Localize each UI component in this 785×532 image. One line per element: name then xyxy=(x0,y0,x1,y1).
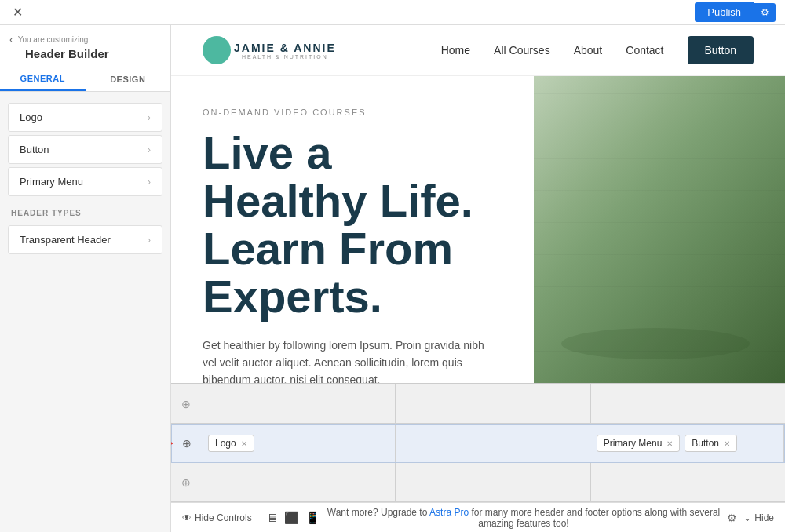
logo-name: JAMIE & ANNIE xyxy=(234,42,336,54)
builder-rows: ⊕ ⊕ Logo ✕ Primary Menu ✕ xyxy=(171,383,785,502)
hero-section: ON-DEMAND VIDEO COURSES Live a Healthy L… xyxy=(171,76,785,383)
panel-header: ‹ You are customizing Header Builder xyxy=(0,25,170,67)
eye-icon: 👁 xyxy=(182,512,192,523)
site-nav: Home All Courses About Contact Button xyxy=(441,36,754,64)
notice-text: Want more? Upgrade to xyxy=(327,507,428,518)
button-chip-close[interactable]: ✕ xyxy=(724,439,730,448)
row-section-3b[interactable] xyxy=(396,463,590,501)
nav-all-courses[interactable]: All Courses xyxy=(494,44,550,56)
bottom-right: ⚙ ⌄ Hide xyxy=(727,512,774,524)
transparent-header-label: Transparent Header xyxy=(20,234,111,246)
astra-pro-link[interactable]: Astra Pro xyxy=(429,507,469,518)
hero-description: Get healthier by following lorem Ipsum. … xyxy=(203,337,485,383)
logo-chip[interactable]: Logo ✕ xyxy=(208,435,254,452)
row-section-1b[interactable] xyxy=(396,384,590,423)
button-chip[interactable]: Button ✕ xyxy=(685,435,737,452)
top-bar-left: ✕ xyxy=(9,5,25,20)
left-panel: ‹ You are customizing Header Builder GEN… xyxy=(0,25,171,532)
bottom-left: 👁 Hide Controls 🖥 ⬛ 📱 xyxy=(182,511,320,525)
hide-label: Hide xyxy=(754,512,774,523)
primary-menu-chip[interactable]: Primary Menu ✕ xyxy=(597,435,681,452)
row-section-2b[interactable] xyxy=(396,425,590,462)
panel-item-logo-label: Logo xyxy=(20,111,42,123)
hide-controls-label: Hide Controls xyxy=(195,512,252,523)
nav-contact[interactable]: Contact xyxy=(626,44,663,56)
primary-menu-chip-close[interactable]: ✕ xyxy=(666,439,673,448)
button-chip-label: Button xyxy=(692,438,719,449)
preview-area: JAMIE & ANNIE HEALTH & NUTRITION Home Al… xyxy=(171,25,785,532)
chevron-right-icon: › xyxy=(148,235,151,246)
hero-content: ON-DEMAND VIDEO COURSES Live a Healthy L… xyxy=(171,76,534,383)
panel-item-primary-menu[interactable]: Primary Menu › xyxy=(8,167,162,196)
row-section-2c[interactable]: Primary Menu ✕ Button ✕ xyxy=(590,425,784,462)
chevron-right-icon: › xyxy=(148,112,151,123)
row-section-3c[interactable] xyxy=(591,463,785,501)
builder-row-1: ⊕ xyxy=(171,384,785,424)
mobile-button[interactable]: 📱 xyxy=(305,511,320,525)
chevron-right-icon: › xyxy=(148,177,151,188)
hide-button[interactable]: ⌄ Hide xyxy=(743,512,774,523)
logo-chip-close[interactable]: ✕ xyxy=(241,439,247,448)
desktop-button[interactable]: 🖥 xyxy=(266,511,278,525)
row-handle-2: ⊕ xyxy=(172,437,202,450)
builder-row-2: ⊕ Logo ✕ Primary Menu ✕ Button ✕ xyxy=(171,424,785,463)
panel-item-button[interactable]: Button › xyxy=(8,135,162,164)
nav-home[interactable]: Home xyxy=(441,44,470,56)
hero-title: Live a Healthy Life. Learn From Experts. xyxy=(203,129,502,321)
tablet-button[interactable]: ⬛ xyxy=(284,511,299,525)
logo-tagline: HEALTH & NUTRITION xyxy=(234,54,336,60)
panel-item-transparent-header[interactable]: Transparent Header › xyxy=(8,225,162,254)
back-row: ‹ You are customizing xyxy=(9,33,161,46)
nav-about[interactable]: About xyxy=(574,44,603,56)
row-section-2a[interactable]: Logo ✕ xyxy=(202,425,396,462)
row-section-1c[interactable] xyxy=(591,384,785,423)
chevron-right-icon: › xyxy=(148,144,151,155)
settings-button[interactable]: ⚙ xyxy=(727,512,737,524)
panel-item-button-label: Button xyxy=(20,144,49,155)
publish-settings-button[interactable]: ⚙ xyxy=(754,3,776,22)
hero-image xyxy=(534,76,785,383)
customizing-label: You are customizing xyxy=(18,35,89,44)
notice-suffix: for many more header and footer options … xyxy=(471,507,720,529)
chevron-down-icon: ⌄ xyxy=(743,512,751,523)
bottom-center: Want more? Upgrade to Astra Pro for many… xyxy=(320,507,728,529)
hide-controls-button[interactable]: 👁 Hide Controls xyxy=(182,512,252,523)
site-logo: JAMIE & ANNIE HEALTH & NUTRITION xyxy=(203,36,344,64)
device-buttons: 🖥 ⬛ 📱 xyxy=(266,511,320,525)
row-section-3a[interactable] xyxy=(201,463,396,501)
panel-title: Header Builder xyxy=(9,47,161,60)
tab-general[interactable]: GENERAL xyxy=(0,67,86,91)
tab-design[interactable]: DESIGN xyxy=(86,67,171,91)
arrow-indicator xyxy=(171,438,173,449)
nav-cta-button[interactable]: Button xyxy=(688,36,754,64)
row-handle-3: ⊕ xyxy=(171,476,201,489)
hero-label: ON-DEMAND VIDEO COURSES xyxy=(203,107,502,117)
publish-button[interactable]: Publish xyxy=(695,2,754,22)
close-button[interactable]: ✕ xyxy=(9,5,25,20)
builder-row-3: ⊕ xyxy=(171,463,785,502)
main-layout: ‹ You are customizing Header Builder GEN… xyxy=(0,25,785,532)
panel-item-logo[interactable]: Logo › xyxy=(8,103,162,132)
top-bar: ✕ Publish ⚙ xyxy=(0,0,785,25)
primary-menu-chip-label: Primary Menu xyxy=(604,438,663,449)
panel-tabs: GENERAL DESIGN xyxy=(0,67,170,92)
panel-items: Logo › Button › Primary Menu › HEADER TY… xyxy=(0,92,170,265)
publish-group: Publish ⚙ xyxy=(695,2,776,22)
gear-icon: ⚙ xyxy=(761,7,769,18)
back-button[interactable]: ‹ xyxy=(9,33,13,46)
bottom-bar: 👁 Hide Controls 🖥 ⬛ 📱 Want more? Upgrade… xyxy=(171,502,785,532)
panel-item-primary-menu-label: Primary Menu xyxy=(20,176,83,188)
logo-chip-label: Logo xyxy=(215,438,236,449)
row-handle-1: ⊕ xyxy=(171,398,201,410)
row-section-1a[interactable] xyxy=(201,384,396,423)
site-header: JAMIE & ANNIE HEALTH & NUTRITION Home Al… xyxy=(171,25,785,76)
header-types-label: HEADER TYPES xyxy=(0,199,170,222)
